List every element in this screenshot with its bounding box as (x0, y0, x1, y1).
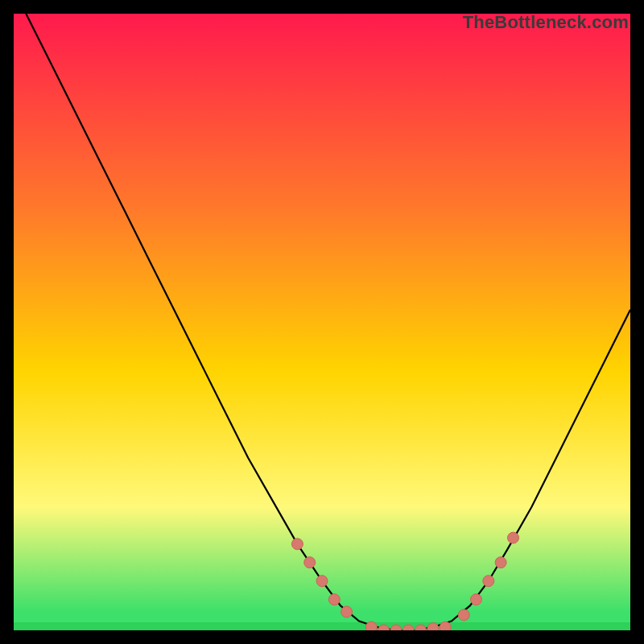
curve-marker (365, 621, 377, 630)
curve-marker (508, 532, 519, 543)
chart-frame: TheBottleneck.com (14, 14, 630, 630)
bottom-green-band (14, 622, 630, 630)
curve-marker (483, 576, 494, 587)
curve-marker (458, 609, 469, 621)
curve-marker (427, 623, 439, 630)
curve-marker (341, 606, 353, 617)
curve-marker (440, 621, 451, 630)
curve-marker (471, 594, 482, 605)
watermark-text: TheBottleneck.com (463, 12, 629, 33)
curve-marker (291, 539, 303, 550)
curve-marker (495, 557, 506, 568)
curve-marker (304, 557, 316, 568)
curve-marker (316, 576, 328, 587)
gradient-background (14, 14, 630, 630)
chart-canvas (14, 14, 630, 630)
curve-marker (328, 594, 340, 605)
